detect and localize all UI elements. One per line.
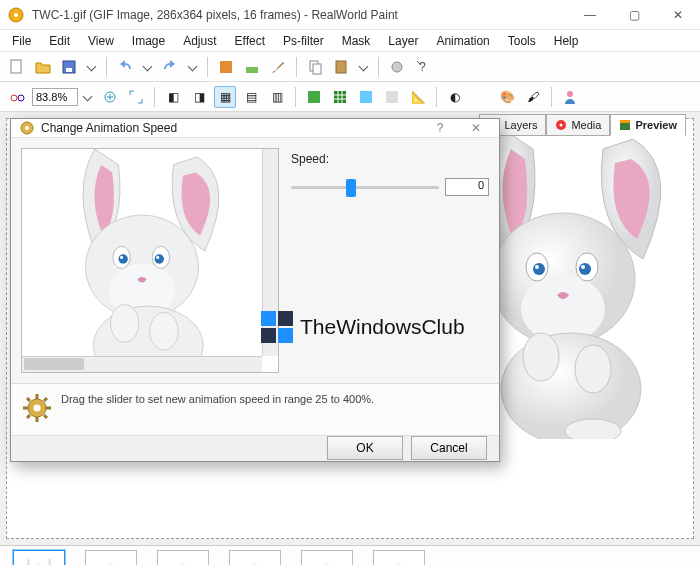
zoom-combo[interactable]	[32, 88, 95, 106]
speed-label: Speed:	[291, 152, 329, 166]
cube-a-icon[interactable]: ◧	[162, 86, 184, 108]
speed-value[interactable]: 0	[445, 178, 489, 196]
titlebar: TWC-1.gif (GIF Image, 286x364 pixels, 16…	[0, 0, 700, 30]
preview-scrollbar-vertical[interactable]	[262, 149, 278, 356]
cube-e-icon[interactable]: ▥	[266, 86, 288, 108]
paste-dropdown[interactable]	[359, 62, 369, 72]
dialog-help-row: Drag the slider to set new animation spe…	[11, 383, 499, 435]
svg-point-57	[156, 255, 159, 258]
slider-track	[291, 186, 439, 189]
svg-point-25	[521, 275, 605, 343]
frame-thumb[interactable]: 90 [ms]	[6, 550, 72, 565]
tab-media[interactable]: Media	[546, 114, 610, 136]
svg-rect-5	[220, 61, 232, 73]
preview-scroll-thumb[interactable]	[24, 358, 84, 370]
open-icon[interactable]	[32, 56, 54, 78]
svg-point-54	[118, 254, 127, 263]
new-icon[interactable]	[6, 56, 28, 78]
ruler-icon[interactable]: 📐	[407, 86, 429, 108]
svg-rect-18	[386, 91, 398, 103]
menu-view[interactable]: View	[80, 32, 122, 50]
frame-thumb[interactable]: 90 [ms]	[78, 550, 144, 565]
fit-screen-icon[interactable]	[125, 86, 147, 108]
disc-icon	[555, 119, 567, 131]
undo-icon[interactable]	[114, 56, 136, 78]
tab-media-label: Media	[571, 119, 601, 131]
help-icon[interactable]: ?	[412, 56, 434, 78]
svg-point-12	[11, 95, 17, 101]
menu-tools[interactable]: Tools	[500, 32, 544, 50]
menu-mask[interactable]: Mask	[334, 32, 379, 50]
undo-dropdown[interactable]	[143, 62, 153, 72]
svg-point-19	[567, 91, 573, 97]
frame-thumb[interactable]: 90 [ms]	[366, 550, 432, 565]
svg-text:?: ?	[419, 60, 426, 74]
save-dropdown-icon[interactable]	[87, 62, 97, 72]
tool-a-icon[interactable]	[215, 56, 237, 78]
menu-edit[interactable]: Edit	[41, 32, 78, 50]
svg-point-33	[523, 333, 559, 381]
copy-icon[interactable]	[304, 56, 326, 78]
svg-point-31	[581, 265, 585, 269]
svg-rect-16	[334, 91, 346, 103]
frame-thumb[interactable]: 90 [ms]	[150, 550, 216, 565]
dialog-close-button[interactable]: ✕	[461, 119, 491, 137]
zoom-dropdown-icon[interactable]	[83, 92, 93, 102]
palette-icon[interactable]: 🎨	[496, 86, 518, 108]
menu-file[interactable]: File	[4, 32, 39, 50]
frame-thumb[interactable]: 90 [ms]	[222, 550, 288, 565]
svg-point-35	[565, 419, 621, 439]
frame-thumb[interactable]: 90 [ms]	[294, 550, 360, 565]
svg-point-55	[155, 254, 164, 263]
dialog-button-row: OK Cancel	[11, 435, 499, 461]
cube-b-icon[interactable]: ◨	[188, 86, 210, 108]
user-icon[interactable]	[559, 86, 581, 108]
svg-point-13	[18, 95, 24, 101]
grid-a-icon[interactable]	[303, 86, 325, 108]
dialog-preview[interactable]	[21, 148, 279, 373]
brush-icon[interactable]	[267, 56, 289, 78]
app-icon	[8, 7, 24, 23]
zoom-reset-icon[interactable]	[99, 86, 121, 108]
paste-icon[interactable]	[330, 56, 352, 78]
cube-c-icon[interactable]: ▦	[214, 86, 236, 108]
halfcircle-icon[interactable]: ◐	[444, 86, 466, 108]
slider-thumb[interactable]	[346, 179, 356, 197]
redo-dropdown[interactable]	[188, 62, 198, 72]
settings-icon[interactable]	[386, 56, 408, 78]
tool-b-icon[interactable]	[241, 56, 263, 78]
menu-animation[interactable]: Animation	[428, 32, 497, 50]
ok-button[interactable]: OK	[327, 436, 403, 460]
menu-help[interactable]: Help	[546, 32, 587, 50]
moon-icon[interactable]	[470, 86, 492, 108]
menubar: File Edit View Image Adjust Effect Ps-fi…	[0, 30, 700, 52]
menu-adjust[interactable]: Adjust	[175, 32, 224, 50]
dialog-title: Change Animation Speed	[41, 121, 177, 135]
svg-point-1	[14, 13, 18, 17]
menu-psfilter[interactable]: Ps-filter	[275, 32, 332, 50]
menu-effect[interactable]: Effect	[227, 32, 273, 50]
redo-icon[interactable]	[159, 56, 181, 78]
cube-d-icon[interactable]: ▤	[240, 86, 262, 108]
menu-image[interactable]: Image	[124, 32, 173, 50]
grid-c-icon[interactable]	[355, 86, 377, 108]
save-icon[interactable]	[58, 56, 80, 78]
menu-layer[interactable]: Layer	[380, 32, 426, 50]
tab-preview[interactable]: Preview	[610, 114, 686, 136]
paint-icon[interactable]: 🖌	[522, 86, 544, 108]
svg-rect-4	[66, 68, 72, 72]
grid-d-icon[interactable]	[381, 86, 403, 108]
speed-slider[interactable]: 0	[291, 174, 489, 202]
zoom-input[interactable]	[32, 88, 78, 106]
minimize-button[interactable]: —	[568, 0, 612, 29]
cancel-button[interactable]: Cancel	[411, 436, 487, 460]
maximize-button[interactable]: ▢	[612, 0, 656, 29]
grid-b-icon[interactable]	[329, 86, 351, 108]
dialog-help-button[interactable]: ?	[425, 119, 455, 137]
change-animation-speed-dialog: Change Animation Speed ? ✕	[10, 118, 500, 462]
svg-rect-9	[336, 61, 346, 73]
frame-strip: 90 [ms] 90 [ms] 90 [ms] 90 [ms] 90 [ms] …	[0, 545, 700, 565]
zoom-glasses-icon[interactable]	[6, 86, 28, 108]
close-window-button[interactable]: ✕	[656, 0, 700, 29]
gear-icon	[21, 392, 53, 427]
